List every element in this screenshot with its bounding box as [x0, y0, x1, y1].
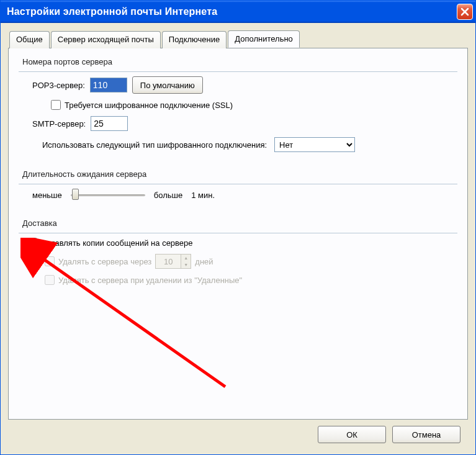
tab-connection[interactable]: Подключение: [162, 31, 227, 48]
tab-advanced[interactable]: Дополнительно: [228, 30, 300, 48]
default-ports-button[interactable]: По умолчанию: [132, 76, 203, 94]
timeout-slider[interactable]: [71, 189, 145, 201]
smtp-port-input[interactable]: [91, 116, 128, 131]
content-area: Общие Сервер исходящей почты Подключение…: [1, 23, 475, 454]
group-port-numbers: Номера портов сервера POP3-сервер: По ум…: [19, 57, 457, 162]
dialog-footer: ОК Отмена: [8, 420, 468, 449]
dialog-window: Настройки электронной почты Интернета Об…: [0, 0, 476, 455]
pop3-port-input[interactable]: [90, 78, 127, 92]
delete-on-trash-label: Удалять с сервера при удалении из "Удале…: [58, 276, 242, 285]
delete-after-days-input: [156, 255, 181, 268]
timeout-value: 1 мин.: [191, 191, 215, 200]
smtp-label: SMTP-сервер:: [32, 119, 86, 128]
slider-thumb[interactable]: [72, 189, 79, 200]
group-legend-ports: Номера портов сервера: [22, 57, 116, 66]
timeout-more-label: больше: [154, 191, 182, 200]
tab-panel-advanced: Номера портов сервера POP3-сервер: По ум…: [8, 48, 468, 420]
tabs-strip: Общие Сервер исходящей почты Подключение…: [8, 30, 468, 48]
leave-copy-label: Оставлять копии сообщений на сервере: [41, 238, 193, 248]
spinner-down-icon: ▼: [181, 261, 191, 268]
group-server-timeout: Длительность ожидания сервера меньше бол…: [19, 169, 457, 211]
days-label: дней: [195, 257, 213, 266]
close-button[interactable]: [457, 4, 473, 20]
ok-button[interactable]: ОК: [318, 426, 386, 443]
encryption-type-label: Использовать следующий тип шифрованного …: [42, 140, 267, 150]
leave-copy-checkbox[interactable]: [27, 238, 37, 248]
delete-after-label: Удалять с сервера через: [58, 257, 151, 266]
group-legend-timeout: Длительность ожидания сервера: [22, 169, 150, 179]
tab-general[interactable]: Общие: [9, 31, 50, 48]
cancel-button[interactable]: Отмена: [392, 426, 460, 443]
timeout-less-label: меньше: [32, 191, 62, 200]
pop3-ssl-checkbox[interactable]: [51, 100, 61, 110]
window-title: Настройки электронной почты Интернета: [7, 6, 217, 17]
pop3-label: POP3-сервер:: [32, 81, 85, 90]
delete-after-checkbox: [45, 256, 55, 266]
tab-outgoing-server[interactable]: Сервер исходящей почты: [51, 31, 161, 48]
delete-after-days-spinner: ▲ ▼: [155, 254, 191, 269]
encryption-type-select[interactable]: Нет: [274, 137, 355, 152]
titlebar[interactable]: Настройки электронной почты Интернета: [1, 1, 475, 23]
group-legend-delivery: Доставка: [22, 218, 61, 228]
close-icon: [460, 7, 469, 16]
delete-on-trash-checkbox: [45, 275, 55, 285]
pop3-ssl-label: Требуется шифрованное подключение (SSL): [65, 101, 233, 110]
group-delivery: Доставка Оставлять копии сообщений на се…: [19, 218, 457, 295]
spinner-up-icon: ▲: [181, 255, 191, 261]
